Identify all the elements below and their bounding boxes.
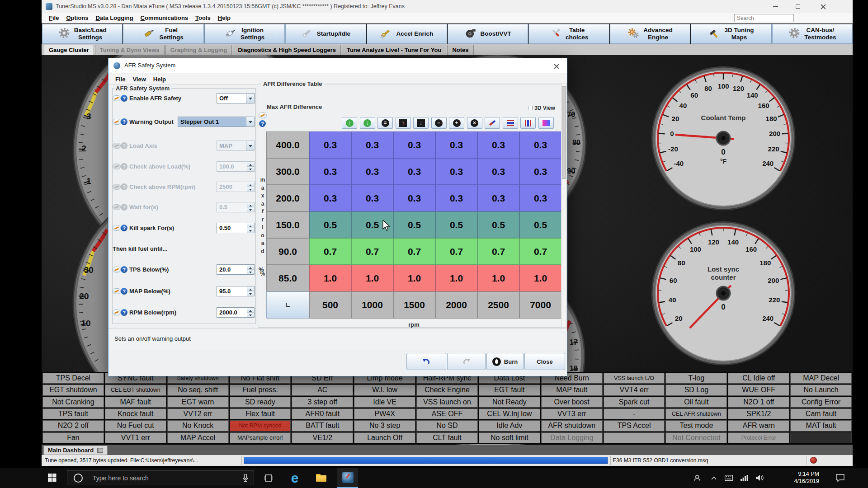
touch-keyboard-button[interactable] xyxy=(722,468,736,488)
table-cell-r3c1[interactable]: 0.3 xyxy=(309,185,351,211)
spinner-arrows[interactable] xyxy=(247,308,254,317)
edit-pencil-icon[interactable] xyxy=(113,225,121,231)
table-cell-r4c5[interactable]: 0.5 xyxy=(477,211,519,238)
edge-button[interactable]: e xyxy=(285,468,305,488)
spin-down-icon[interactable] xyxy=(247,313,254,317)
taskbar-clock[interactable]: 9:14 PM 4/16/2019 xyxy=(794,470,819,485)
search-input[interactable] xyxy=(734,14,794,22)
table-tool-add-icon[interactable]: + xyxy=(449,117,464,129)
menu-item-options[interactable]: Options xyxy=(62,14,92,22)
edit-pencil-icon[interactable] xyxy=(113,310,121,315)
table-cell-r5c6[interactable]: 0.7 xyxy=(519,238,561,265)
microphone-icon[interactable] xyxy=(243,474,248,482)
chevron-down-icon[interactable] xyxy=(246,94,254,103)
table-cell-r3c2[interactable]: 0.3 xyxy=(351,185,393,211)
redo-button[interactable] xyxy=(447,353,486,370)
volume-button[interactable] xyxy=(752,468,767,488)
table-cell-r1c4[interactable]: 0.3 xyxy=(435,131,477,158)
table-cell-r3c4[interactable]: 0.3 xyxy=(435,185,477,211)
table-cell-r2c4[interactable]: 0.3 xyxy=(435,158,477,185)
spinner-arrows[interactable] xyxy=(247,286,254,296)
task-view-button[interactable] xyxy=(259,468,278,488)
people-button[interactable] xyxy=(689,468,705,488)
table-tool-clear-icon[interactable]: × xyxy=(467,117,482,129)
menu-item-data-logging[interactable]: Data Logging xyxy=(92,14,137,22)
row-header-300-0[interactable]: 300.0 xyxy=(266,158,309,185)
spinner-arrows[interactable] xyxy=(247,223,254,233)
table-tool-scale-down-icon[interactable]: ↓ xyxy=(360,117,375,129)
edit-pencil-icon[interactable] xyxy=(113,119,121,125)
spin-up-icon[interactable] xyxy=(247,286,254,291)
help-icon[interactable]: ? xyxy=(121,95,127,102)
spinner-arrows[interactable] xyxy=(247,265,254,274)
table-cell-r1c3[interactable]: 0.3 xyxy=(393,131,435,158)
table-cell-r2c5[interactable]: 0.3 xyxy=(477,158,519,185)
spin-up-icon[interactable] xyxy=(247,223,254,228)
column-header-7000[interactable]: 7000 xyxy=(519,291,561,319)
menu-item-tools[interactable]: Tools xyxy=(192,14,214,22)
table-tool-interpolate-icon[interactable] xyxy=(485,117,500,129)
table-tool-subtract-icon[interactable]: − xyxy=(431,117,447,129)
column-header-1000[interactable]: 1000 xyxy=(351,291,393,319)
table-cell-r1c1[interactable]: 0.3 xyxy=(309,131,351,158)
start-button[interactable] xyxy=(42,468,62,488)
table-tool-set-value-icon[interactable]: = xyxy=(377,117,393,129)
table-cell-r1c6[interactable]: 0.3 xyxy=(519,131,561,158)
row-header-200-0[interactable]: 200.0 xyxy=(266,185,309,211)
edit-pencil-icon[interactable] xyxy=(113,288,121,294)
table-cell-r2c3[interactable]: 0.3 xyxy=(393,158,435,185)
table-cell-r5c2[interactable]: 0.7 xyxy=(351,238,393,265)
minimize-button[interactable] xyxy=(764,0,787,13)
undo-button[interactable] xyxy=(406,353,446,370)
row-header-90-0[interactable]: 90.0 xyxy=(266,238,309,265)
spin-up-icon[interactable] xyxy=(247,265,254,270)
close-dialog-button[interactable]: Close xyxy=(524,353,565,370)
dialog-menu-item-file[interactable]: File xyxy=(112,75,129,84)
table-cell-r2c2[interactable]: 0.3 xyxy=(351,158,393,185)
row-header-150-0[interactable]: 150.0 xyxy=(266,211,309,238)
kill-spark-for-s-spinner[interactable]: 0.50 xyxy=(217,223,255,233)
tab-main-dashboard[interactable]: Main Dashboard xyxy=(43,446,108,455)
column-header-1500[interactable]: 1500 xyxy=(393,291,435,319)
table-cell-r6c1[interactable]: 1.0 xyxy=(309,265,351,291)
edit-pencil-icon[interactable] xyxy=(113,267,121,272)
table-cell-r2c6[interactable]: 0.3 xyxy=(519,158,561,185)
toolbar-button-fuel-settings[interactable]: FuelSettings xyxy=(123,24,203,44)
table-cell-r6c6[interactable]: 1.0 xyxy=(519,265,561,291)
table-cell-r3c5[interactable]: 0.3 xyxy=(477,185,519,211)
tab-notes[interactable]: Notes xyxy=(447,45,473,55)
restore-button[interactable] xyxy=(787,0,809,13)
toolbar-button-table-choices[interactable]: Tablechoices xyxy=(528,24,609,44)
dialog-menu-item-view[interactable]: View xyxy=(129,75,149,84)
rpm-below-rpm-spinner[interactable]: 2000.0 xyxy=(217,307,255,318)
column-header-500[interactable]: 500 xyxy=(309,291,351,319)
dialog-scrollbar[interactable] xyxy=(561,84,567,328)
toolbar-button-3d-tuning-maps[interactable]: 3D TuningMaps xyxy=(691,24,771,44)
spin-down-icon[interactable] xyxy=(247,291,254,296)
table-cell-r6c4[interactable]: 1.0 xyxy=(435,265,477,291)
spin-down-icon[interactable] xyxy=(247,270,254,274)
toolbar-button-advanced-engine[interactable]: AdvancedEngine xyxy=(610,24,690,44)
table-cell-r2c1[interactable]: 0.3 xyxy=(309,158,351,185)
tab-tune-analyze-live-tune-for-you[interactable]: Tune Analyze Live! - Tune For You xyxy=(342,45,446,55)
menu-item-communications[interactable]: Communications xyxy=(137,14,192,22)
help-icon[interactable]: ? xyxy=(121,309,127,316)
column-header-2500[interactable]: 2500 xyxy=(477,291,519,319)
column-header-2000[interactable]: 2000 xyxy=(435,291,477,319)
tray-expand-button[interactable] xyxy=(707,468,721,488)
toolbar-button-boost-vvt[interactable]: Boost/VVT xyxy=(448,24,528,44)
table-cell-r1c2[interactable]: 0.3 xyxy=(351,131,393,158)
tps-below-spinner[interactable]: 20.0 xyxy=(217,264,255,275)
cortana-icon[interactable] xyxy=(74,474,83,483)
axis-corner-cell[interactable] xyxy=(266,291,309,319)
table-cell-r5c5[interactable]: 0.7 xyxy=(477,238,519,265)
tab-diagnostics-high-speed-loggers[interactable]: Diagnostics & High Speed Loggers xyxy=(233,45,341,55)
table-cell-r4c3[interactable]: 0.5 xyxy=(393,211,435,238)
table-cell-r1c5[interactable]: 0.3 xyxy=(477,131,519,158)
tab-tuning-dyno-views[interactable]: Tuning & Dyno Views xyxy=(95,45,165,55)
taskbar-search-input[interactable]: Type here to search xyxy=(93,474,149,482)
table-cell-r6c2[interactable]: 1.0 xyxy=(351,265,393,291)
toolbar-button-basic-load-settings[interactable]: Basic/LoadSettings xyxy=(42,24,123,44)
help-icon[interactable]: ? xyxy=(259,120,266,127)
table-cell-r4c1[interactable]: 0.5 xyxy=(309,211,351,238)
